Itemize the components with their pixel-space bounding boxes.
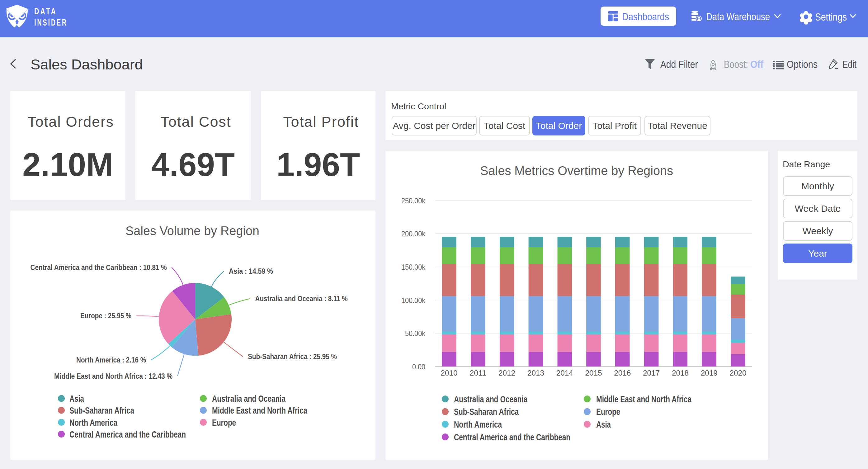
svg-text:200.00k: 200.00k <box>401 230 426 238</box>
svg-text:Off: Off <box>750 59 764 70</box>
svg-text:Australia and Oceania: Australia and Oceania <box>454 394 527 404</box>
svg-text:250.00k: 250.00k <box>401 197 426 205</box>
svg-text:2010: 2010 <box>441 369 458 377</box>
svg-text:Europe : 25.95 %: Europe : 25.95 % <box>80 312 131 320</box>
svg-text:North America: North America <box>454 419 502 430</box>
svg-text:Sales Metrics Overtime by Regi: Sales Metrics Overtime by Regions <box>480 164 673 178</box>
svg-text:Sales Volume by Region: Sales Volume by Region <box>125 224 259 238</box>
svg-text:Sub-Saharan Africa: Sub-Saharan Africa <box>69 405 134 415</box>
svg-text:INSIDER: INSIDER <box>34 17 67 27</box>
svg-text:Asia : 14.59 %: Asia : 14.59 % <box>229 267 273 275</box>
svg-text:Edit: Edit <box>842 59 857 70</box>
svg-text:Europe: Europe <box>212 417 236 428</box>
svg-text:2020: 2020 <box>730 369 747 377</box>
svg-text:100.00k: 100.00k <box>401 296 426 304</box>
svg-text:Middle East and North Africa :: Middle East and North Africa : 12.43 % <box>54 372 173 380</box>
svg-text:2011: 2011 <box>469 369 486 377</box>
svg-text:Middle East and North Africa: Middle East and North Africa <box>596 394 691 404</box>
svg-text:Central America and the Caribb: Central America and the Caribbean <box>454 432 570 442</box>
svg-text:Europe: Europe <box>596 406 620 417</box>
svg-text:2017: 2017 <box>643 369 660 377</box>
svg-text:Asia: Asia <box>596 419 611 430</box>
svg-text:150.00k: 150.00k <box>401 263 426 271</box>
svg-text:Asia: Asia <box>69 393 84 404</box>
svg-text:North America : 2.16 %: North America : 2.16 % <box>76 356 146 364</box>
svg-text:Options: Options <box>787 59 817 70</box>
svg-text:Australia and Oceania : 8.11 %: Australia and Oceania : 8.11 % <box>255 295 348 303</box>
svg-text:50.00k: 50.00k <box>405 329 426 338</box>
svg-text:Australia and Oceania: Australia and Oceania <box>212 393 285 404</box>
svg-text:Sub-Saharan Africa: Sub-Saharan Africa <box>454 406 519 417</box>
svg-text:Boost:: Boost: <box>724 59 748 70</box>
svg-text:0.00: 0.00 <box>412 362 425 371</box>
svg-text:Dashboards: Dashboards <box>622 11 669 23</box>
svg-text:2012: 2012 <box>498 369 515 377</box>
svg-text:2019: 2019 <box>701 369 718 377</box>
svg-text:DATA: DATA <box>34 6 57 16</box>
svg-text:Middle East and North Africa: Middle East and North Africa <box>212 405 307 415</box>
svg-text:Central America and the Caribb: Central America and the Caribbean <box>69 429 186 439</box>
svg-text:2014: 2014 <box>556 369 573 377</box>
svg-text:2013: 2013 <box>527 369 544 377</box>
svg-text:North America: North America <box>69 417 117 428</box>
svg-text:2015: 2015 <box>585 369 602 377</box>
svg-text:2016: 2016 <box>614 369 631 377</box>
svg-text:Settings: Settings <box>815 11 847 23</box>
svg-text:Add Filter: Add Filter <box>660 59 698 70</box>
svg-text:2018: 2018 <box>672 369 689 377</box>
svg-text:Central America and the Caribb: Central America and the Caribbean : 10.8… <box>31 263 167 271</box>
svg-text:Data Warehouse: Data Warehouse <box>706 11 770 23</box>
svg-text:Sub-Saharan Africa : 25.95 %: Sub-Saharan Africa : 25.95 % <box>248 353 337 361</box>
